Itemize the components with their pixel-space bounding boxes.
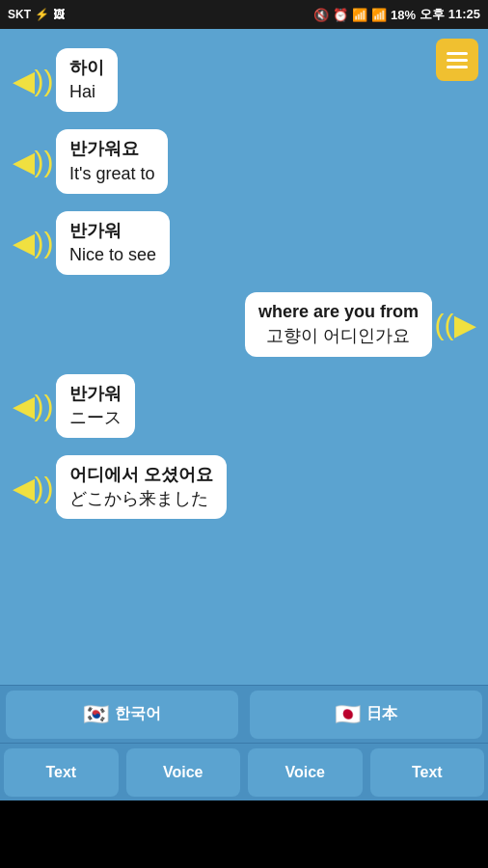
- message-row: ◀)) 반가워 Nice to see: [10, 211, 478, 275]
- bubble-line1: 어디에서 오셨어요: [69, 463, 213, 487]
- speaker-icon[interactable]: ◀)): [10, 471, 56, 504]
- image-icon: 🖼: [53, 8, 65, 21]
- menu-button[interactable]: [436, 39, 478, 81]
- korean-label: 한국어: [115, 704, 161, 724]
- speaker-icon[interactable]: ◀)): [10, 64, 56, 97]
- text-left-button[interactable]: Text: [4, 748, 119, 797]
- message-bubble[interactable]: 어디에서 오셨어요 どこから来ました: [56, 455, 227, 519]
- message-bubble[interactable]: where are you from 고향이 어디인가요: [245, 292, 432, 356]
- carrier-label: SKT: [8, 8, 31, 21]
- japanese-label: 日本: [366, 704, 397, 724]
- message-bubble[interactable]: 반가워요 It's great to: [56, 129, 168, 193]
- bubble-line1: 반가워: [69, 382, 122, 406]
- message-bubble[interactable]: 반가워 ニース: [56, 374, 135, 438]
- status-right: 🔇 ⏰ 📶 📶 18% 오후 11:25: [313, 6, 480, 23]
- time-label: 오후 11:25: [420, 6, 480, 23]
- text-right-label: Text: [412, 764, 443, 781]
- speaker-icon[interactable]: ◀)): [10, 389, 56, 422]
- battery-label: 18%: [391, 8, 416, 22]
- chat-area: ◀)) 하이 Hai ◀)) 반가워요 It's great to ◀)) 반가…: [0, 29, 488, 685]
- message-row: ◀)) where are you from 고향이 어디인가요: [10, 292, 478, 356]
- menu-icon: [447, 52, 468, 68]
- status-left: SKT ⚡ 🖼: [8, 8, 65, 21]
- speaker-icon[interactable]: ◀)): [10, 145, 56, 178]
- text-right-button[interactable]: Text: [370, 748, 485, 797]
- bubble-line2: どこから来ました: [69, 487, 213, 511]
- message-row: ◀)) 반가워 ニース: [10, 374, 478, 438]
- bubble-line1: 하이: [69, 56, 104, 80]
- message-row: ◀)) 반가워요 It's great to: [10, 129, 478, 193]
- bubble-line2: Hai: [69, 80, 104, 104]
- bubble-line2: It's great to: [69, 162, 154, 186]
- mute-icon: 🔇: [313, 8, 329, 22]
- message-row: ◀)) 어디에서 오셨어요 どこから来ました: [10, 455, 478, 519]
- wifi-icon: 📶: [352, 8, 367, 22]
- bubble-line2: ニース: [69, 406, 122, 430]
- lang-korean-button[interactable]: 🇰🇷 한국어: [6, 691, 238, 739]
- message-bubble[interactable]: 반가워 Nice to see: [56, 211, 170, 275]
- usb-icon: ⚡: [35, 8, 49, 21]
- korean-flag-icon: 🇰🇷: [83, 702, 109, 727]
- lang-japanese-button[interactable]: 🇯🇵 日本: [250, 691, 482, 739]
- bubble-line2: Nice to see: [69, 243, 156, 267]
- bubble-line2: 고향이 어디인가요: [258, 324, 419, 348]
- voice-left-button[interactable]: Voice: [126, 748, 241, 797]
- speaker-icon[interactable]: ◀)): [10, 226, 56, 259]
- message-row: ◀)) 하이 Hai: [10, 48, 478, 112]
- bubble-line1: 반가워요: [69, 137, 154, 161]
- message-bubble[interactable]: 하이 Hai: [56, 48, 118, 112]
- japanese-flag-icon: 🇯🇵: [335, 702, 361, 727]
- alarm-icon: ⏰: [333, 8, 348, 22]
- status-bar: SKT ⚡ 🖼 🔇 ⏰ 📶 📶 18% 오후 11:25: [0, 0, 488, 29]
- speaker-icon[interactable]: ◀)): [432, 308, 478, 341]
- bubble-line1: where are you from: [258, 300, 419, 324]
- text-left-label: Text: [45, 764, 76, 781]
- voice-right-label: Voice: [285, 764, 326, 781]
- language-bar: 🇰🇷 한국어 🇯🇵 日本: [0, 685, 488, 743]
- bubble-line1: 반가워: [69, 219, 156, 243]
- voice-right-button[interactable]: Voice: [248, 748, 363, 797]
- action-bar: Text Voice Voice Text: [0, 743, 488, 800]
- signal-icon: 📶: [371, 8, 387, 22]
- voice-left-label: Voice: [163, 764, 203, 781]
